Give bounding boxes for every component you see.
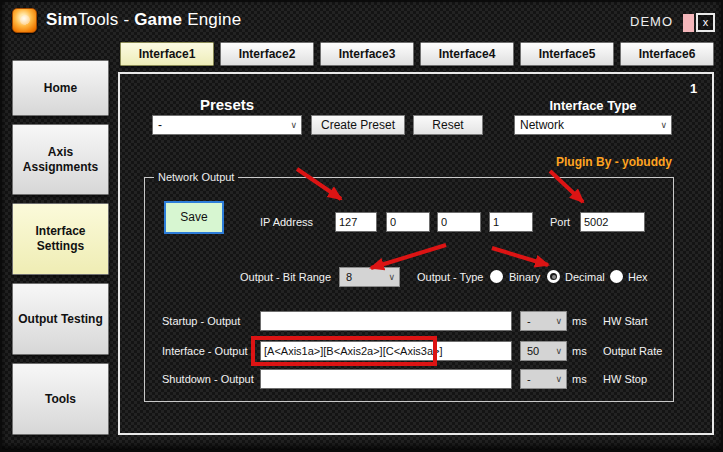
interface-output-label: Interface - Output [162, 345, 248, 357]
app-logo-icon [12, 8, 37, 33]
presets-dropdown[interactable]: - ∨ [152, 115, 302, 135]
minimize-badge[interactable] [683, 14, 694, 32]
create-preset-button[interactable]: Create Preset [311, 115, 405, 135]
network-output-group-label: Network Output [154, 171, 238, 183]
annotation-highlight-box [251, 336, 437, 366]
sidebar-item-axis-assignments[interactable]: Axis Assignments [12, 124, 109, 195]
chevron-down-icon: ∨ [290, 116, 297, 134]
ip-octet-1-field[interactable] [335, 212, 377, 232]
output-rate-dropdown[interactable]: 50 ∨ [520, 341, 567, 361]
shutdown-output-label: Shutdown - Output [162, 373, 254, 385]
tab-interface3[interactable]: Interface3 [320, 42, 414, 66]
hw-stop-label: HW Stop [603, 373, 647, 385]
app-window: SimTools - Game Engine DEMO x Interface1… [0, 0, 723, 452]
startup-rate-dropdown[interactable]: - ∨ [520, 311, 567, 331]
tab-interface6[interactable]: Interface6 [620, 42, 714, 66]
ip-octet-2-field[interactable] [386, 212, 430, 232]
port-label: Port [550, 216, 570, 228]
save-button[interactable]: Save [164, 201, 224, 234]
presets-dropdown-value: - [158, 118, 162, 132]
startup-ms-label: ms [572, 315, 587, 327]
close-button[interactable]: x [696, 13, 715, 32]
tab-interface2[interactable]: Interface2 [220, 42, 314, 66]
plugin-credit: Plugin By - yobuddy [514, 155, 672, 169]
output-rate-value: 50 [527, 345, 539, 357]
interface-type-dropdown[interactable]: Network ∨ [514, 115, 672, 135]
chevron-down-icon: ∨ [555, 312, 562, 330]
sidebar-item-output-testing[interactable]: Output Testing [12, 283, 109, 355]
radio-hex-label: Hex [628, 271, 648, 283]
tab-interface5[interactable]: Interface5 [520, 42, 614, 66]
shutdown-output-field[interactable] [260, 369, 512, 389]
ip-address-label: IP Address [260, 216, 313, 228]
page-indicator: 1 [690, 81, 697, 96]
title-game: Game [134, 10, 182, 29]
demo-badge: DEMO [630, 14, 673, 29]
radio-decimal[interactable] [547, 270, 560, 283]
presets-heading: Presets [152, 96, 302, 113]
hw-start-label: HW Start [603, 315, 648, 327]
radio-binary-label: Binary [509, 271, 540, 283]
tab-interface1[interactable]: Interface1 [120, 42, 214, 66]
bit-range-dropdown-value: 8 [346, 271, 352, 283]
radio-binary[interactable] [490, 270, 503, 283]
bit-range-label: Output - Bit Range [240, 271, 331, 283]
interface-type-dropdown-value: Network [520, 118, 564, 132]
shutdown-rate-dropdown[interactable]: - ∨ [520, 369, 567, 389]
port-field[interactable] [580, 212, 645, 232]
window-title: SimTools - Game Engine [46, 10, 241, 30]
title-tools: Tools - [78, 10, 134, 29]
output-rate-label: Output Rate [603, 345, 662, 357]
chevron-down-icon: ∨ [555, 342, 562, 360]
tab-interface4[interactable]: Interface4 [420, 42, 514, 66]
radio-decimal-label: Decimal [565, 271, 605, 283]
output-type-label: Output - Type [417, 271, 483, 283]
sidebar-item-tools[interactable]: Tools [12, 363, 109, 435]
startup-output-field[interactable] [260, 311, 512, 331]
shutdown-rate-value: - [527, 373, 531, 385]
sidebar-item-interface-settings[interactable]: Interface Settings [12, 203, 109, 275]
title-engine: Engine [182, 10, 241, 29]
reset-button[interactable]: Reset [413, 115, 483, 135]
startup-rate-value: - [527, 315, 531, 327]
interface-ms-label: ms [572, 345, 587, 357]
chevron-down-icon: ∨ [660, 116, 667, 134]
shutdown-ms-label: ms [572, 373, 587, 385]
bit-range-dropdown[interactable]: 8 ∨ [339, 267, 400, 287]
startup-output-label: Startup - Output [162, 315, 240, 327]
title-sim: Sim [46, 10, 78, 29]
ip-octet-3-field[interactable] [437, 212, 481, 232]
radio-hex[interactable] [610, 270, 623, 283]
sidebar-item-home[interactable]: Home [12, 60, 109, 116]
chevron-down-icon: ∨ [388, 268, 395, 286]
interface-type-heading: Interface Type [514, 98, 672, 113]
ip-octet-4-field[interactable] [489, 212, 533, 232]
chevron-down-icon: ∨ [555, 370, 562, 388]
